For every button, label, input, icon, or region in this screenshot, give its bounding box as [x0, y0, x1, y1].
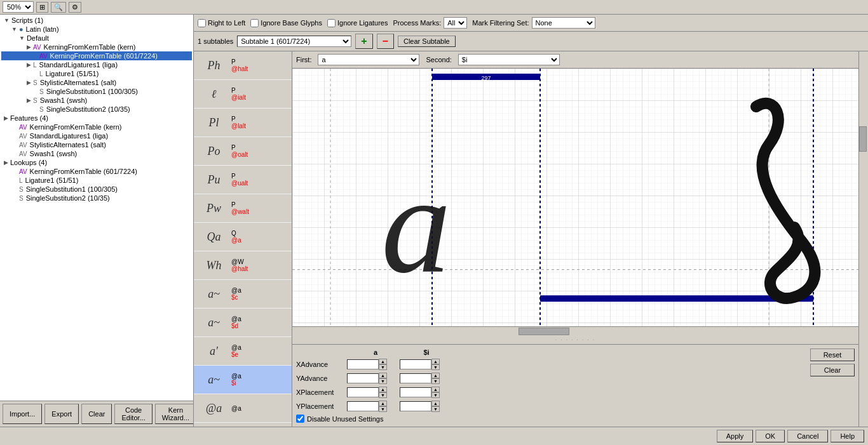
first-yadvance-input[interactable]: 0: [347, 373, 379, 383]
lookup3-node[interactable]: ▶ S StylisticAlternates1 (salt): [1, 78, 192, 87]
first-xadvance-input[interactable]: 0: [347, 359, 379, 369]
zoom-fit-button[interactable]: ⊞: [36, 2, 48, 13]
ok-button[interactable]: OK: [756, 430, 785, 442]
spin-up[interactable]: ▲: [379, 401, 387, 406]
glyph-list-item[interactable]: Qa Q @a: [194, 223, 292, 251]
glyph-list-item[interactable]: Pu P @ualt: [194, 166, 292, 194]
spin-up[interactable]: ▲: [431, 359, 440, 364]
glyph-list-item[interactable]: a~ @a $c: [194, 280, 292, 309]
lookup4-sub-node[interactable]: S SingleSubstitution2 (10/35): [1, 105, 192, 114]
spin-down[interactable]: ▼: [431, 406, 440, 412]
spin-up[interactable]: ▲: [379, 373, 387, 378]
second-xplacement-input[interactable]: 0: [400, 387, 431, 397]
lookups-node[interactable]: ▶ Lookups (4): [1, 158, 192, 167]
first-xplacement-input[interactable]: 0: [347, 387, 379, 397]
spin-up[interactable]: ▲: [431, 401, 440, 406]
clear-subtable-button[interactable]: Clear Subtable: [398, 36, 456, 47]
spin-up[interactable]: ▲: [379, 359, 387, 364]
spin-down[interactable]: ▼: [379, 364, 387, 370]
first-xplacement-field[interactable]: 0 ▲ ▼: [347, 387, 387, 398]
glyph-list-item[interactable]: Po P @oalt: [194, 137, 292, 166]
clear-button[interactable]: Clear: [81, 404, 112, 424]
mark-filter-select[interactable]: None: [532, 17, 595, 29]
default-node[interactable]: ▼ Default: [1, 34, 192, 43]
spin-down[interactable]: ▼: [431, 392, 440, 398]
add-subtable-button[interactable]: +: [355, 34, 372, 49]
vertical-scrollbar[interactable]: [858, 51, 868, 427]
disable-unused-checkbox[interactable]: [296, 415, 304, 423]
glyph-list-item[interactable]: Pl P @lalt: [194, 109, 292, 137]
second-yadvance-input[interactable]: 0: [400, 373, 431, 383]
spin-down[interactable]: ▼: [431, 378, 440, 384]
first-select[interactable]: a: [318, 54, 419, 65]
lookup4-node[interactable]: ▶ S Swash1 (swsh): [1, 96, 192, 105]
lookup1-sub-node[interactable]: AV KerningFromKernTable (601/7224): [1, 51, 192, 60]
scrollbar-thumb[interactable]: [519, 328, 569, 335]
subtable-select[interactable]: Subtable 1 (601/7224): [237, 36, 351, 47]
latin-node[interactable]: ▼ ● Latin (latn): [1, 25, 192, 34]
second-select[interactable]: $i: [458, 54, 560, 65]
kern-wizard-button[interactable]: Kern Wizard...: [155, 404, 194, 424]
code-editor-button[interactable]: Code Editor...: [114, 404, 152, 424]
lk2-node[interactable]: L Ligature1 (51/51): [1, 176, 192, 185]
process-marks-select[interactable]: All: [444, 17, 467, 29]
first-xplacement-spinner[interactable]: ▲ ▼: [379, 387, 387, 398]
del-subtable-button[interactable]: −: [377, 34, 394, 49]
glyph-list-item[interactable]: a' @a $e: [194, 337, 292, 366]
second-yplacement-input[interactable]: 0: [400, 401, 431, 411]
resize-handle[interactable]: · · · · · · · ·: [292, 336, 858, 344]
spin-down[interactable]: ▼: [379, 378, 387, 384]
scrollbar-v-thumb[interactable]: [859, 126, 867, 152]
glyph-list-scroll[interactable]: Ph P @halt ℓ P @ialt Pl P @lalt Po P @oa…: [194, 51, 292, 427]
ignore-base-glyphs-label[interactable]: Ignore Base Glyphs: [250, 19, 322, 27]
first-yadvance-field[interactable]: 0 ▲ ▼: [347, 373, 387, 384]
second-xadvance-input[interactable]: 0: [400, 359, 431, 369]
kern-clear-button[interactable]: Clear: [810, 364, 855, 376]
lk4-node[interactable]: S SingleSubstitution2 (10/35): [1, 194, 192, 203]
reset-button[interactable]: Reset: [810, 349, 855, 361]
lookup2-sub-node[interactable]: L Ligature1 (51/51): [1, 69, 192, 78]
features-node[interactable]: ▶ Features (4): [1, 114, 192, 123]
scripts-node[interactable]: ▼ Scripts (1): [1, 16, 192, 25]
glyph-list-item[interactable]: Pw P @walt: [194, 194, 292, 223]
right-to-left-checkbox[interactable]: [198, 19, 206, 27]
lookup3-sub-node[interactable]: S SingleSubstitution1 (100/305): [1, 87, 192, 96]
ignore-ligatures-checkbox[interactable]: [327, 19, 336, 27]
glyph-list-item[interactable]: Wh @W @halt: [194, 251, 292, 280]
spin-up[interactable]: ▲: [431, 373, 440, 378]
second-yplacement-spinner[interactable]: ▲ ▼: [431, 401, 440, 412]
second-yadvance-field[interactable]: 0 ▲ ▼: [400, 373, 440, 384]
apply-button[interactable]: Apply: [717, 430, 754, 442]
glyph-list-item[interactable]: a~ @a $d: [194, 309, 292, 337]
first-yplacement-input[interactable]: 0: [347, 401, 379, 411]
glyph-list-item[interactable]: @a @a: [194, 394, 292, 423]
lookup2-node[interactable]: ▶ L StandardLigatures1 (liga): [1, 60, 192, 69]
feat2-node[interactable]: AV StandardLigatures1 (liga): [1, 131, 192, 140]
spin-down[interactable]: ▼: [379, 406, 387, 412]
lookup1-node[interactable]: ▶ AV KerningFromKernTable (kern): [1, 43, 192, 51]
spin-up[interactable]: ▲: [431, 387, 440, 392]
spin-down[interactable]: ▼: [431, 364, 440, 370]
glyph-list-item[interactable]: a~ @a $i: [194, 366, 292, 394]
second-yplacement-field[interactable]: 0 ▲ ▼: [400, 401, 440, 412]
glyph-list-item[interactable]: ℓ P @ialt: [194, 80, 292, 109]
second-yadvance-spinner[interactable]: ▲ ▼: [431, 373, 440, 384]
feat1-node[interactable]: AV KerningFromKernTable (kern): [1, 123, 192, 131]
first-yplacement-spinner[interactable]: ▲ ▼: [379, 401, 387, 412]
zoom-select[interactable]: 50%: [3, 1, 34, 13]
feat3-node[interactable]: AV StylisticAlternates1 (salt): [1, 140, 192, 149]
glyph-list-item[interactable]: Ph P @halt: [194, 51, 292, 80]
lk3-node[interactable]: S SingleSubstitution1 (100/305): [1, 185, 192, 194]
lk1-node[interactable]: AV KerningFromKernTable (601/7224): [1, 167, 192, 176]
first-yadvance-spinner[interactable]: ▲ ▼: [379, 373, 387, 384]
horizontal-scrollbar[interactable]: [292, 326, 858, 336]
import-button[interactable]: Import...: [3, 404, 42, 424]
first-xadvance-field[interactable]: 0 ▲ ▼: [347, 359, 387, 370]
cancel-button[interactable]: Cancel: [787, 430, 828, 442]
export-button[interactable]: Export: [44, 404, 79, 424]
second-xplacement-field[interactable]: 0 ▲ ▼: [400, 387, 440, 398]
ignore-base-glyphs-checkbox[interactable]: [250, 19, 259, 27]
second-xadvance-spinner[interactable]: ▲ ▼: [431, 359, 440, 370]
first-yplacement-field[interactable]: 0 ▲ ▼: [347, 401, 387, 412]
zoom-icon-button[interactable]: 🔍: [51, 2, 66, 13]
